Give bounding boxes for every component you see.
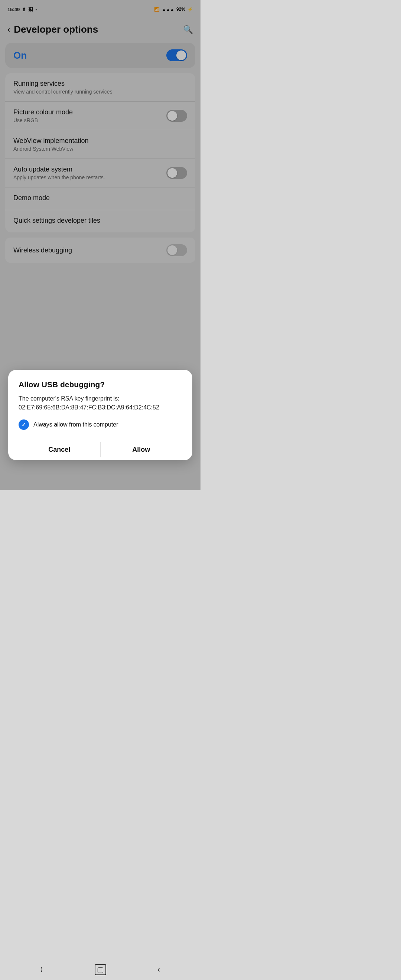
checkbox-label: Always allow from this computer bbox=[33, 421, 118, 428]
checkmark-icon: ✓ bbox=[22, 422, 26, 428]
dialog-title: Allow USB debugging? bbox=[19, 380, 182, 389]
dialog-checkbox-row[interactable]: ✓ Always allow from this computer bbox=[19, 420, 182, 430]
dialog-buttons: Cancel Allow bbox=[19, 439, 182, 460]
allow-button[interactable]: Allow bbox=[100, 439, 182, 460]
always-allow-checkbox[interactable]: ✓ bbox=[19, 420, 29, 430]
dialog-body: The computer's RSA key fingerprint is:02… bbox=[19, 394, 182, 412]
usb-debugging-dialog: Allow USB debugging? The computer's RSA … bbox=[8, 370, 193, 460]
cancel-button[interactable]: Cancel bbox=[19, 439, 100, 460]
